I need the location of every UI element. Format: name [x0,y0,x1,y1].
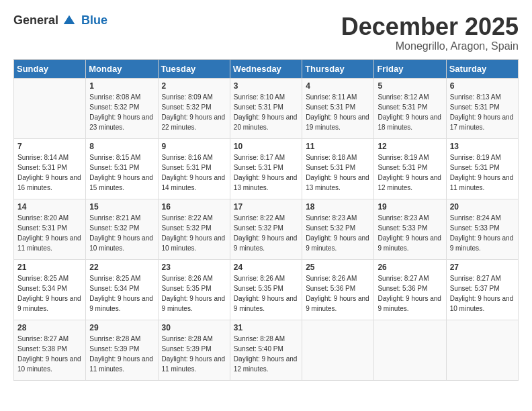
calendar-cell: 18Sunrise: 8:23 AMSunset: 5:32 PMDayligh… [302,199,374,259]
day-number: 29 [89,323,154,332]
calendar-week-row: 21Sunrise: 8:25 AMSunset: 5:34 PMDayligh… [14,259,519,320]
day-info: Sunrise: 8:21 AMSunset: 5:32 PMDaylight:… [89,213,154,253]
day-info: Sunrise: 8:24 AMSunset: 5:33 PMDaylight:… [450,213,515,253]
calendar-cell: 14Sunrise: 8:20 AMSunset: 5:31 PMDayligh… [14,199,86,259]
day-number: 28 [17,323,82,332]
day-info: Sunrise: 8:23 AMSunset: 5:32 PMDaylight:… [306,213,370,253]
day-number: 15 [89,202,154,212]
header-cell-tuesday: Tuesday [158,59,230,78]
day-number: 26 [378,263,442,272]
calendar-cell: 20Sunrise: 8:24 AMSunset: 5:33 PMDayligh… [446,199,518,259]
calendar-cell: 22Sunrise: 8:25 AMSunset: 5:34 PMDayligh… [86,259,158,320]
day-info: Sunrise: 8:13 AMSunset: 5:31 PMDaylight:… [450,92,515,132]
calendar-cell: 23Sunrise: 8:26 AMSunset: 5:35 PMDayligh… [158,259,230,320]
calendar-cell: 5Sunrise: 8:12 AMSunset: 5:31 PMDaylight… [374,78,446,138]
day-info: Sunrise: 8:11 AMSunset: 5:31 PMDaylight:… [306,92,370,132]
title-area: December 2025 Monegrillo, Aragon, Spain [341,13,519,52]
day-info: Sunrise: 8:09 AMSunset: 5:32 PMDaylight:… [162,92,226,132]
calendar-cell: 3Sunrise: 8:10 AMSunset: 5:31 PMDaylight… [230,78,302,138]
day-number: 30 [162,323,226,332]
calendar-table: SundayMondayTuesdayWednesdayThursdayFrid… [13,59,519,381]
calendar-week-row: 14Sunrise: 8:20 AMSunset: 5:31 PMDayligh… [14,199,519,259]
day-number: 19 [378,202,442,212]
calendar-cell: 27Sunrise: 8:27 AMSunset: 5:37 PMDayligh… [446,259,518,320]
calendar-cell: 25Sunrise: 8:26 AMSunset: 5:36 PMDayligh… [302,259,374,320]
day-number: 17 [234,202,298,212]
calendar-cell: 26Sunrise: 8:27 AMSunset: 5:36 PMDayligh… [374,259,446,320]
calendar-cell: 1Sunrise: 8:08 AMSunset: 5:32 PMDaylight… [86,78,158,138]
day-number: 22 [89,263,154,272]
day-number: 13 [450,142,515,151]
day-number: 27 [450,263,515,272]
day-info: Sunrise: 8:27 AMSunset: 5:37 PMDaylight:… [450,273,515,314]
day-info: Sunrise: 8:27 AMSunset: 5:38 PMDaylight:… [17,334,82,374]
day-number: 23 [162,263,226,272]
day-info: Sunrise: 8:10 AMSunset: 5:31 PMDaylight:… [234,92,298,132]
day-info: Sunrise: 8:28 AMSunset: 5:39 PMDaylight:… [89,334,154,374]
month-title: December 2025 [341,13,519,40]
day-info: Sunrise: 8:25 AMSunset: 5:34 PMDaylight:… [17,273,82,314]
day-number: 8 [89,142,154,151]
day-info: Sunrise: 8:20 AMSunset: 5:31 PMDaylight:… [17,213,82,253]
logo-icon [62,14,76,28]
day-number: 5 [378,81,442,91]
day-number: 21 [17,263,82,272]
day-info: Sunrise: 8:12 AMSunset: 5:31 PMDaylight:… [378,92,442,132]
calendar-cell: 13Sunrise: 8:19 AMSunset: 5:31 PMDayligh… [446,138,518,199]
day-info: Sunrise: 8:15 AMSunset: 5:31 PMDaylight:… [89,152,154,193]
header-cell-wednesday: Wednesday [230,59,302,78]
header-cell-friday: Friday [374,59,446,78]
calendar-cell: 29Sunrise: 8:28 AMSunset: 5:39 PMDayligh… [86,320,158,380]
calendar-cell: 30Sunrise: 8:28 AMSunset: 5:39 PMDayligh… [158,320,230,380]
day-info: Sunrise: 8:27 AMSunset: 5:36 PMDaylight:… [378,273,442,314]
day-number: 2 [162,81,226,91]
day-info: Sunrise: 8:28 AMSunset: 5:39 PMDaylight:… [162,334,226,374]
header-cell-monday: Monday [86,59,158,78]
svg-marker-0 [64,15,75,24]
day-info: Sunrise: 8:26 AMSunset: 5:35 PMDaylight:… [162,273,226,314]
calendar-cell [14,78,86,138]
calendar-cell [302,320,374,380]
day-number: 3 [234,81,298,91]
calendar-cell: 16Sunrise: 8:22 AMSunset: 5:32 PMDayligh… [158,199,230,259]
day-number: 9 [162,142,226,151]
calendar-cell: 6Sunrise: 8:13 AMSunset: 5:31 PMDaylight… [446,78,518,138]
header-cell-sunday: Sunday [14,59,86,78]
calendar-cell: 17Sunrise: 8:22 AMSunset: 5:32 PMDayligh… [230,199,302,259]
calendar-cell [374,320,446,380]
logo: General Blue [13,13,107,28]
calendar-cell: 19Sunrise: 8:23 AMSunset: 5:33 PMDayligh… [374,199,446,259]
day-number: 12 [378,142,442,151]
day-number: 1 [89,81,154,91]
calendar-cell: 11Sunrise: 8:18 AMSunset: 5:31 PMDayligh… [302,138,374,199]
day-info: Sunrise: 8:19 AMSunset: 5:31 PMDaylight:… [450,152,515,193]
calendar-cell: 31Sunrise: 8:28 AMSunset: 5:40 PMDayligh… [230,320,302,380]
day-number: 20 [450,202,515,212]
day-number: 7 [17,142,82,151]
calendar-body: 1Sunrise: 8:08 AMSunset: 5:32 PMDaylight… [14,78,519,380]
day-info: Sunrise: 8:26 AMSunset: 5:35 PMDaylight:… [234,273,298,314]
calendar-cell: 21Sunrise: 8:25 AMSunset: 5:34 PMDayligh… [14,259,86,320]
day-number: 18 [306,202,370,212]
day-number: 4 [306,81,370,91]
calendar-week-row: 1Sunrise: 8:08 AMSunset: 5:32 PMDaylight… [14,78,519,138]
header: General Blue December 2025 Monegrillo, A… [13,13,519,52]
day-number: 16 [162,202,226,212]
header-cell-saturday: Saturday [446,59,518,78]
day-number: 14 [17,202,82,212]
day-info: Sunrise: 8:19 AMSunset: 5:31 PMDaylight:… [378,152,442,193]
day-number: 10 [234,142,298,151]
day-info: Sunrise: 8:18 AMSunset: 5:31 PMDaylight:… [306,152,370,193]
header-cell-thursday: Thursday [302,59,374,78]
day-number: 6 [450,81,515,91]
calendar-cell: 12Sunrise: 8:19 AMSunset: 5:31 PMDayligh… [374,138,446,199]
day-number: 24 [234,263,298,272]
day-info: Sunrise: 8:22 AMSunset: 5:32 PMDaylight:… [234,213,298,253]
calendar-cell: 7Sunrise: 8:14 AMSunset: 5:31 PMDaylight… [14,138,86,199]
calendar-week-row: 28Sunrise: 8:27 AMSunset: 5:38 PMDayligh… [14,320,519,380]
day-info: Sunrise: 8:26 AMSunset: 5:36 PMDaylight:… [306,273,370,314]
day-info: Sunrise: 8:17 AMSunset: 5:31 PMDaylight:… [234,152,298,193]
calendar-cell: 28Sunrise: 8:27 AMSunset: 5:38 PMDayligh… [14,320,86,380]
day-info: Sunrise: 8:08 AMSunset: 5:32 PMDaylight:… [89,92,154,132]
calendar-cell: 10Sunrise: 8:17 AMSunset: 5:31 PMDayligh… [230,138,302,199]
